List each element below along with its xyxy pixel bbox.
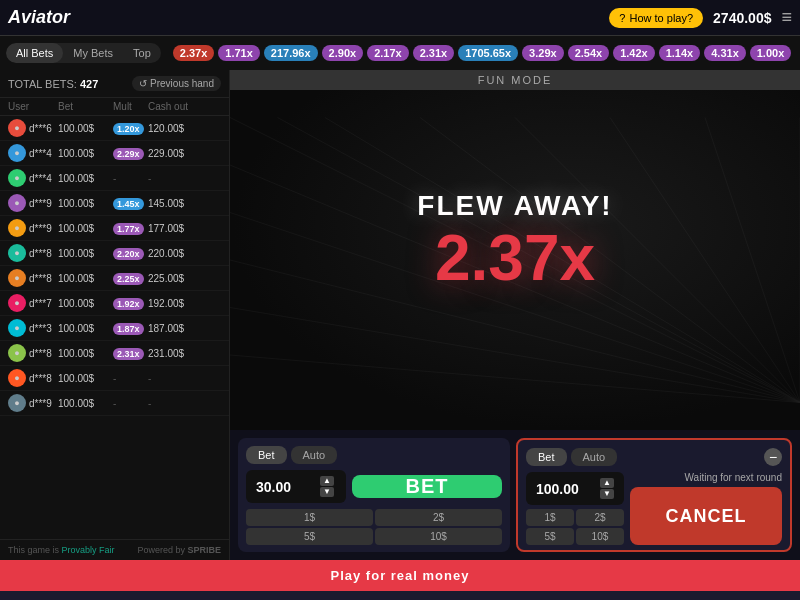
how-to-play-button[interactable]: ? How to play? bbox=[609, 8, 703, 28]
mult-pill-7[interactable]: 3.29x bbox=[522, 45, 564, 61]
cashout-amount: 220.00$ bbox=[148, 248, 203, 259]
logo: Aviator bbox=[8, 7, 70, 28]
left-panel: TOTAL BETS: 427 ↺ Previous hand User Bet… bbox=[0, 70, 230, 560]
bet-amount: 100.00$ bbox=[58, 348, 113, 359]
mult-pill-0[interactable]: 2.37x bbox=[173, 45, 215, 61]
right-amount-input[interactable] bbox=[536, 481, 596, 497]
mult-badge-cell: 2.29x bbox=[113, 146, 148, 160]
bets-table-header: User Bet Mult Cash out bbox=[0, 98, 229, 116]
mult-pill-8[interactable]: 2.54x bbox=[568, 45, 610, 61]
bet-amount: 100.00$ bbox=[58, 223, 113, 234]
cancel-button[interactable]: CANCEL bbox=[630, 487, 782, 545]
quick-10[interactable]: 10$ bbox=[375, 528, 502, 545]
mult-pill-11[interactable]: 4.31x bbox=[704, 45, 746, 61]
cashout-amount: - bbox=[148, 398, 203, 409]
table-row: ●d***9100.00$1.45x145.00$ bbox=[0, 191, 229, 216]
main-content: TOTAL BETS: 427 ↺ Previous hand User Bet… bbox=[0, 70, 800, 560]
logo-text: Aviator bbox=[8, 7, 70, 27]
right-quick-5[interactable]: 5$ bbox=[526, 528, 574, 545]
previous-hand-button[interactable]: ↺ Previous hand bbox=[132, 76, 221, 91]
username: d***4 bbox=[29, 148, 52, 159]
tab-my-bets[interactable]: My Bets bbox=[63, 43, 123, 63]
game-area: FUN MODE .ray { stroke: #fff; stroke-wid… bbox=[230, 70, 800, 560]
mult-pill-10[interactable]: 1.14x bbox=[659, 45, 701, 61]
flew-away-text: FLEW AWAY! bbox=[417, 190, 612, 222]
quick-5[interactable]: 5$ bbox=[246, 528, 373, 545]
mult-badge: 2.20x bbox=[113, 248, 144, 260]
provably-fair-link[interactable]: Provably Fair bbox=[62, 545, 115, 555]
right-quick-1[interactable]: 1$ bbox=[526, 509, 574, 526]
user-cell: ●d***4 bbox=[8, 169, 58, 187]
total-bets-label: TOTAL BETS: bbox=[8, 78, 77, 90]
mult-pill-5[interactable]: 2.31x bbox=[413, 45, 455, 61]
user-cell: ●d***8 bbox=[8, 344, 58, 362]
powered-by-text: Powered by bbox=[137, 545, 185, 555]
main-tab-group: All Bets My Bets Top bbox=[6, 43, 161, 63]
mult-pill-9[interactable]: 1.42x bbox=[613, 45, 655, 61]
bet-amount: 100.00$ bbox=[58, 323, 113, 334]
right-amount-down[interactable]: ▼ bbox=[600, 489, 614, 499]
mult-badge-cell: 2.31x bbox=[113, 346, 148, 360]
mult-pill-4[interactable]: 2.17x bbox=[367, 45, 409, 61]
svg-line-10 bbox=[610, 118, 800, 403]
left-amount-input-wrap: ▲ ▼ bbox=[246, 470, 346, 503]
user-cell: ●d***8 bbox=[8, 269, 58, 287]
left-tab-bet[interactable]: Bet bbox=[246, 446, 287, 464]
left-amount-input[interactable] bbox=[256, 479, 316, 495]
waiting-text: Waiting for next round bbox=[630, 472, 782, 483]
cashout-amount: 120.00$ bbox=[148, 123, 203, 134]
table-row: ●d***4100.00$-- bbox=[0, 166, 229, 191]
mult-badge: 2.31x bbox=[113, 348, 144, 360]
username: d***9 bbox=[29, 198, 52, 209]
username: d***9 bbox=[29, 223, 52, 234]
mult-pill-6[interactable]: 1705.65x bbox=[458, 45, 518, 61]
prev-hand-label: Previous hand bbox=[150, 78, 214, 89]
left-amount-down[interactable]: ▼ bbox=[320, 487, 334, 497]
cashout-amount: 229.00$ bbox=[148, 148, 203, 159]
bet-amount: 100.00$ bbox=[58, 148, 113, 159]
mult-badge-cell: 1.87x bbox=[113, 321, 148, 335]
avatar: ● bbox=[8, 219, 26, 237]
cashout-amount: 225.00$ bbox=[148, 273, 203, 284]
flew-away-display: FLEW AWAY! 2.37x bbox=[417, 190, 612, 290]
tab-all-bets[interactable]: All Bets bbox=[6, 43, 63, 63]
col-mult: Mult bbox=[113, 101, 148, 112]
table-row: ●d***6100.00$1.20x120.00$ bbox=[0, 116, 229, 141]
right-remove-panel-button[interactable]: − bbox=[764, 448, 782, 466]
right-tab-auto[interactable]: Auto bbox=[571, 448, 618, 466]
bet-button[interactable]: BET bbox=[352, 475, 502, 498]
mult-pill-1[interactable]: 1.71x bbox=[218, 45, 260, 61]
tab-top[interactable]: Top bbox=[123, 43, 161, 63]
left-amount-up[interactable]: ▲ bbox=[320, 476, 334, 486]
table-row: ●d***9100.00$1.77x177.00$ bbox=[0, 216, 229, 241]
quick-1[interactable]: 1$ bbox=[246, 509, 373, 526]
user-cell: ●d***8 bbox=[8, 369, 58, 387]
provably-fair-bar: This game is Provably Fair Powered by SP… bbox=[0, 539, 229, 560]
username: d***6 bbox=[29, 123, 52, 134]
mult-pill-2[interactable]: 217.96x bbox=[264, 45, 318, 61]
balance-display: 2740.00$ bbox=[713, 10, 771, 26]
menu-icon[interactable]: ≡ bbox=[781, 7, 792, 28]
bet-amount: 100.00$ bbox=[58, 298, 113, 309]
left-tab-auto[interactable]: Auto bbox=[291, 446, 338, 464]
bet-panel-right: Bet Auto − ▲ ▼ 1$ bbox=[516, 438, 792, 552]
footer-cta[interactable]: Play for real money bbox=[0, 560, 800, 591]
right-amount-up[interactable]: ▲ bbox=[600, 478, 614, 488]
tabs-bar: All Bets My Bets Top 2.37x 1.71x 217.96x… bbox=[0, 36, 800, 70]
table-row: ●d***7100.00$1.92x192.00$ bbox=[0, 291, 229, 316]
top-right-controls: ? How to play? 2740.00$ ≡ bbox=[609, 7, 792, 28]
mult-badge: 1.77x bbox=[113, 223, 144, 235]
svg-line-4 bbox=[230, 308, 800, 403]
right-tab-bet[interactable]: Bet bbox=[526, 448, 567, 466]
mult-badge: 2.29x bbox=[113, 148, 144, 160]
avatar: ● bbox=[8, 294, 26, 312]
how-to-play-label: How to play? bbox=[629, 12, 693, 24]
quick-2[interactable]: 2$ bbox=[375, 509, 502, 526]
right-quick-10[interactable]: 10$ bbox=[576, 528, 624, 545]
right-arrow-btns: ▲ ▼ bbox=[600, 478, 614, 499]
mult-pill-12[interactable]: 1.00x bbox=[750, 45, 792, 61]
right-quick-2[interactable]: 2$ bbox=[576, 509, 624, 526]
col-bet: Bet bbox=[58, 101, 113, 112]
cashout-amount: - bbox=[148, 173, 203, 184]
mult-pill-3[interactable]: 2.90x bbox=[322, 45, 364, 61]
